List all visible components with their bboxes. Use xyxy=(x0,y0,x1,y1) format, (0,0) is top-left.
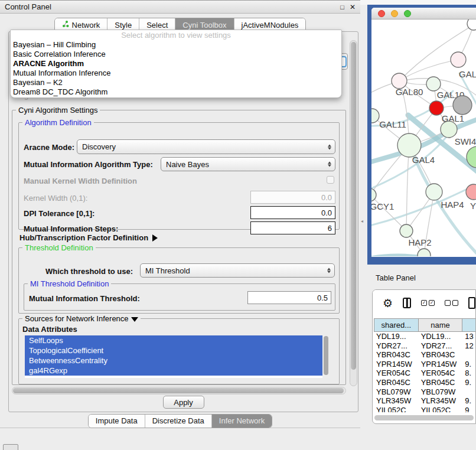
network-node-y[interactable] xyxy=(466,184,476,200)
table-horizontal-scrollbar[interactable] xyxy=(374,415,474,420)
scrollbar-thumb[interactable] xyxy=(324,336,328,375)
network-edge[interactable] xyxy=(399,60,458,81)
network-edge[interactable] xyxy=(406,145,409,231)
network-node[interactable] xyxy=(418,249,431,256)
panel-resize-handle[interactable]: ◂ xyxy=(361,219,363,224)
threshold-type-select[interactable]: MI Threshold xyxy=(140,263,335,278)
export-table-icon[interactable] xyxy=(468,297,475,309)
table-row[interactable]: YDL19...YDL19...13 xyxy=(374,332,476,341)
chevron-right-icon xyxy=(152,234,158,242)
sources-group: Sources for Network Inference Data Attri… xyxy=(18,318,340,384)
deselect-all-checks-icon[interactable] xyxy=(445,300,458,306)
network-node-swi4[interactable] xyxy=(441,121,457,138)
scrollbar-thumb[interactable] xyxy=(351,42,356,370)
algorithm-option-bayesian-hill-climbing[interactable]: Bayesian – Hill Climbing xyxy=(11,40,341,50)
network-node[interactable] xyxy=(453,96,472,115)
gear-icon[interactable]: ⚙ xyxy=(383,298,393,309)
attribute-list-scrollbar[interactable] xyxy=(322,335,330,378)
table-cell: YER054C xyxy=(419,369,463,378)
network-edge[interactable] xyxy=(371,195,406,231)
bottom-left-partial-button[interactable] xyxy=(3,444,18,450)
table-toolbar: ⚙ ✓✓ xyxy=(373,290,475,316)
column-header-name[interactable]: name xyxy=(419,318,463,332)
table-cell: YBL079W xyxy=(419,387,463,397)
table-row[interactable]: YPR145WYPR145W9. xyxy=(374,360,476,369)
algorithm-dropdown-popup: Select algorithm to view settings Bayesi… xyxy=(10,30,342,98)
dpi-tolerance-input[interactable] xyxy=(250,206,335,219)
network-node-hap4[interactable] xyxy=(426,184,442,200)
table-row[interactable]: YDR27...YDR27...12 xyxy=(374,341,476,351)
combo-stepper-icon xyxy=(328,144,331,149)
network-node-hap2[interactable] xyxy=(400,224,413,237)
sources-expander[interactable]: Sources for Network Inference xyxy=(22,314,141,323)
algorithm-option-aracne-algorithm[interactable]: ARACNE Algorithm xyxy=(11,59,341,69)
column-header-shared-name[interactable]: shared... xyxy=(374,318,419,332)
network-view-window[interactable]: GALGAL80GAL10GAL1GAL11SWI4GAL4GCY1HAP4YH… xyxy=(367,5,476,265)
attribute-item-betweennesscentrality[interactable]: BetweennessCentrality xyxy=(25,356,322,366)
mi-steps-label: Mutual Information Steps: xyxy=(24,224,118,233)
data-attributes-label: Data Attributes xyxy=(22,325,77,334)
table-cell: YPR145W xyxy=(419,360,463,369)
kernel-width-input[interactable] xyxy=(250,191,335,204)
column-header-partial[interactable] xyxy=(462,318,476,332)
dpi-tolerance-label: DPI Tolerance [0,1]: xyxy=(24,209,94,218)
table-row[interactable]: YBR043CYBR043C xyxy=(374,350,476,360)
mi-algorithm-type-select[interactable]: Naive Bayes xyxy=(161,157,335,171)
table-row[interactable]: YER054CYER054C8. xyxy=(374,369,476,378)
table-cell: YIL052C xyxy=(374,406,419,412)
table-cell: YDR27... xyxy=(374,341,419,351)
network-node-gal10[interactable] xyxy=(426,77,441,91)
attribute-item-selfloops[interactable]: SelfLoops xyxy=(25,335,322,345)
tab-discretize-data[interactable]: Discretize Data xyxy=(145,415,211,428)
manual-kernel-label: Manual Kernel Width Definition xyxy=(24,177,137,185)
table-row[interactable]: YBL079WYBL079W xyxy=(374,387,476,397)
settings-horizontal-scrollbar[interactable] xyxy=(12,387,346,394)
tab-infer-network[interactable]: Infer Network xyxy=(211,415,272,428)
checked-box-icon: ✓ xyxy=(429,300,435,306)
aracne-mode-select[interactable]: Discovery xyxy=(77,139,335,154)
network-edge[interactable] xyxy=(371,116,372,195)
mi-threshold-label: Mutual Information Threshold: xyxy=(29,294,140,303)
algorithm-option-bayesian-k2[interactable]: Bayesian – K2 xyxy=(11,78,341,87)
table-cell: 9. xyxy=(462,378,476,387)
hub-definition-expander[interactable]: Hub/Transcription Factor Definition xyxy=(19,233,158,242)
network-canvas[interactable]: GALGAL80GAL10GAL1GAL11SWI4GAL4GCY1HAP4YH… xyxy=(371,19,476,256)
network-node[interactable] xyxy=(467,19,476,30)
settings-vertical-scrollbar[interactable] xyxy=(350,40,357,386)
close-window-icon[interactable]: ✕ xyxy=(350,3,356,11)
minimize-traffic-light-icon[interactable] xyxy=(391,10,398,17)
table-cell xyxy=(462,387,476,397)
close-traffic-light-icon[interactable] xyxy=(378,10,385,17)
manual-kernel-checkbox[interactable] xyxy=(327,176,334,184)
scrollbar-thumb[interactable] xyxy=(13,388,344,393)
mi-steps-input[interactable] xyxy=(250,221,335,234)
zoom-traffic-light-icon[interactable] xyxy=(404,10,411,17)
tab-impute-data[interactable]: Impute Data xyxy=(89,415,145,428)
attribute-item-gal4rgexp[interactable]: gal4RGexp xyxy=(25,366,322,376)
network-node-gal[interactable] xyxy=(451,52,466,67)
mi-threshold-input[interactable] xyxy=(247,291,331,304)
column-layout-icon[interactable] xyxy=(403,298,411,308)
table-row[interactable]: YIL052CYIL052C9 xyxy=(374,406,476,412)
table-row[interactable]: YBR045CYBR045C9. xyxy=(374,378,476,387)
apply-button[interactable]: Apply xyxy=(163,396,204,409)
node-label: SWI4 xyxy=(455,136,476,146)
select-all-checks-icon[interactable]: ✓✓ xyxy=(421,300,435,306)
table-panel: ⚙ ✓✓ shared... name YDL19...YDL19...13YD… xyxy=(372,289,476,424)
checked-box-icon: ✓ xyxy=(421,300,427,306)
table-cell: YPR145W xyxy=(374,360,419,369)
algorithm-option-mutual-information-inference[interactable]: Mutual Information Inference xyxy=(11,69,341,78)
table-cell: YBR043C xyxy=(419,350,463,360)
node-label: GAL4 xyxy=(412,155,435,165)
panel-title: Control Panel xyxy=(5,2,51,11)
network-node-gcy1[interactable] xyxy=(371,188,376,201)
network-window-titlebar[interactable] xyxy=(371,8,476,19)
algorithm-option-basic-correlation-inference[interactable]: Basic Correlation Inference xyxy=(11,50,341,59)
table-row[interactable]: YLR345WYLR345W9. xyxy=(374,396,476,406)
algorithm-option-dream8-dc-tdc-algorithm[interactable]: Dream8 DC_TDC Algorithm xyxy=(11,87,341,97)
network-node-gal4[interactable] xyxy=(397,133,421,157)
table-cell: YBR043C xyxy=(374,350,419,360)
table-cell: 9. xyxy=(462,360,476,369)
attribute-item-topologicalcoefficient[interactable]: TopologicalCoefficient xyxy=(25,345,322,356)
float-window-icon[interactable]: □ xyxy=(340,4,344,11)
